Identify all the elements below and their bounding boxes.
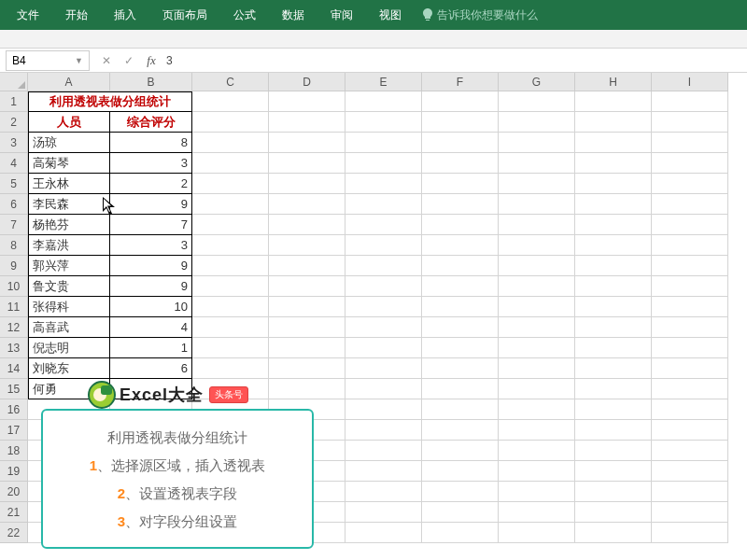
cell[interactable] bbox=[499, 133, 575, 153]
cell[interactable]: 9 bbox=[110, 194, 192, 215]
cell[interactable] bbox=[422, 276, 499, 297]
cell[interactable] bbox=[192, 358, 269, 379]
cell[interactable] bbox=[499, 91, 575, 112]
cell[interactable] bbox=[422, 256, 499, 276]
cell[interactable] bbox=[422, 358, 499, 379]
cell[interactable] bbox=[345, 358, 422, 379]
cell[interactable] bbox=[575, 523, 652, 543]
row-header[interactable]: 9 bbox=[0, 256, 28, 276]
cell[interactable] bbox=[269, 133, 345, 153]
tell-me[interactable]: 告诉我你想要做什么 bbox=[422, 7, 538, 23]
cell[interactable] bbox=[345, 194, 422, 215]
formula-input[interactable]: 3 bbox=[159, 54, 747, 67]
cell[interactable] bbox=[499, 420, 575, 441]
tab-data[interactable]: 数据 bbox=[269, 0, 317, 31]
cell[interactable] bbox=[652, 502, 728, 523]
cell[interactable] bbox=[345, 91, 422, 112]
cell[interactable]: 郭兴萍 bbox=[28, 256, 110, 276]
cell[interactable] bbox=[192, 112, 269, 133]
cell[interactable] bbox=[652, 317, 728, 338]
cell[interactable]: 张得科 bbox=[28, 297, 110, 317]
cell[interactable] bbox=[652, 215, 728, 235]
cell[interactable] bbox=[575, 133, 652, 153]
cell[interactable] bbox=[575, 502, 652, 523]
cell[interactable] bbox=[652, 399, 728, 420]
cell[interactable] bbox=[575, 420, 652, 441]
row-header[interactable]: 5 bbox=[0, 174, 28, 194]
cell[interactable] bbox=[422, 91, 499, 112]
cell[interactable] bbox=[499, 482, 575, 502]
cell[interactable] bbox=[269, 215, 345, 235]
cell[interactable] bbox=[345, 502, 422, 523]
tab-insert[interactable]: 插入 bbox=[101, 0, 149, 31]
cell[interactable]: 4 bbox=[110, 317, 192, 338]
cell[interactable] bbox=[575, 256, 652, 276]
cell[interactable] bbox=[269, 112, 345, 133]
cell[interactable] bbox=[499, 502, 575, 523]
cell[interactable] bbox=[422, 482, 499, 502]
cell[interactable] bbox=[269, 297, 345, 317]
cell[interactable] bbox=[575, 482, 652, 502]
row-header[interactable]: 17 bbox=[0, 420, 28, 441]
col-header[interactable]: B bbox=[110, 73, 192, 91]
cell[interactable] bbox=[422, 133, 499, 153]
cell[interactable] bbox=[422, 523, 499, 543]
cell[interactable] bbox=[652, 338, 728, 358]
cell[interactable] bbox=[422, 317, 499, 338]
cell[interactable] bbox=[345, 399, 422, 420]
cell[interactable] bbox=[422, 235, 499, 256]
cell[interactable] bbox=[422, 379, 499, 399]
row-header[interactable]: 16 bbox=[0, 399, 28, 420]
cell[interactable] bbox=[499, 358, 575, 379]
tab-page-layout[interactable]: 页面布局 bbox=[149, 0, 220, 31]
cell[interactable] bbox=[652, 420, 728, 441]
cell[interactable] bbox=[422, 112, 499, 133]
cell[interactable] bbox=[192, 338, 269, 358]
cell[interactable]: 高菊琴 bbox=[28, 153, 110, 174]
cell[interactable] bbox=[499, 379, 575, 399]
cell[interactable]: 8 bbox=[110, 133, 192, 153]
col-header[interactable]: E bbox=[345, 73, 422, 91]
name-box-dropdown-icon[interactable]: ▼ bbox=[75, 56, 83, 65]
cell[interactable] bbox=[575, 276, 652, 297]
cell[interactable] bbox=[269, 276, 345, 297]
cell[interactable] bbox=[499, 153, 575, 174]
cell[interactable] bbox=[345, 338, 422, 358]
cell[interactable] bbox=[652, 276, 728, 297]
cell[interactable] bbox=[499, 276, 575, 297]
cell[interactable]: 人员 bbox=[28, 112, 110, 133]
cell[interactable] bbox=[269, 174, 345, 194]
cell[interactable] bbox=[192, 317, 269, 338]
cell[interactable] bbox=[499, 523, 575, 543]
cell[interactable] bbox=[192, 276, 269, 297]
cell[interactable] bbox=[345, 153, 422, 174]
cell[interactable] bbox=[345, 441, 422, 461]
cell[interactable] bbox=[345, 461, 422, 482]
cell[interactable] bbox=[652, 297, 728, 317]
col-header[interactable]: H bbox=[575, 73, 652, 91]
cell[interactable] bbox=[192, 174, 269, 194]
cell[interactable] bbox=[192, 235, 269, 256]
tab-home[interactable]: 开始 bbox=[52, 0, 101, 31]
tab-review[interactable]: 审阅 bbox=[317, 0, 366, 31]
cell[interactable] bbox=[345, 235, 422, 256]
cell[interactable]: 3 bbox=[110, 153, 192, 174]
row-header[interactable]: 1 bbox=[0, 91, 28, 112]
cancel-icon[interactable]: ✕ bbox=[99, 54, 114, 67]
cell[interactable]: 1 bbox=[110, 338, 192, 358]
cell[interactable] bbox=[192, 297, 269, 317]
cell[interactable] bbox=[345, 133, 422, 153]
cell[interactable] bbox=[575, 153, 652, 174]
cell[interactable] bbox=[499, 194, 575, 215]
cell[interactable] bbox=[575, 399, 652, 420]
cell[interactable]: 刘晓东 bbox=[28, 358, 110, 379]
cell[interactable] bbox=[575, 174, 652, 194]
cell[interactable]: 9 bbox=[110, 256, 192, 276]
cell[interactable] bbox=[499, 461, 575, 482]
col-header[interactable]: G bbox=[499, 73, 575, 91]
cell[interactable]: 倪志明 bbox=[28, 338, 110, 358]
cell[interactable]: 王永林 bbox=[28, 174, 110, 194]
cell[interactable] bbox=[269, 256, 345, 276]
cell[interactable]: 综合评分 bbox=[110, 112, 192, 133]
row-header[interactable]: 12 bbox=[0, 317, 28, 338]
